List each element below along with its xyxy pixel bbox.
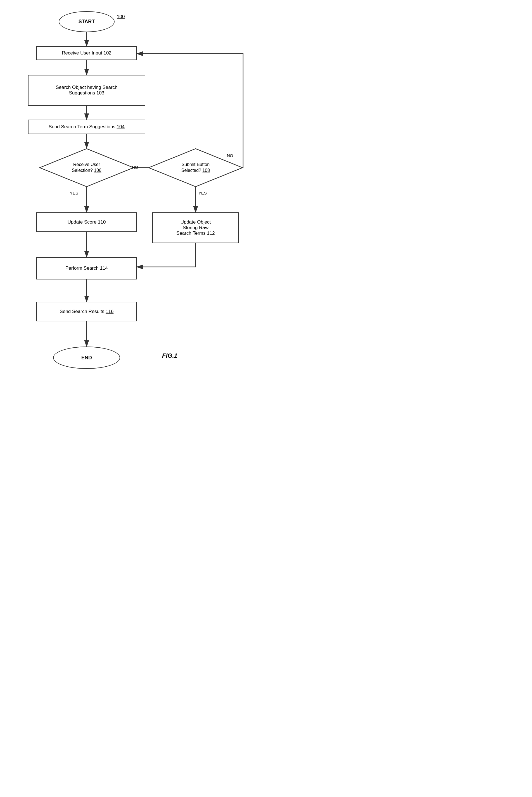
receive-selection-label: Receive UserSelection? 106 (72, 162, 101, 173)
update-score-node: Update Score 110 (36, 212, 137, 232)
receive-selection-node: Receive UserSelection? 106 (39, 148, 134, 187)
perform-search-label: Perform Search 114 (65, 265, 108, 271)
perform-search-node: Perform Search 114 (36, 257, 137, 280)
update-object-label: Update ObjectStoring RawSearch Terms 112 (176, 220, 215, 236)
start-node: START (59, 11, 115, 32)
receive-input-node: Receive User Input 102 (36, 46, 137, 60)
end-node: END (53, 346, 120, 369)
no-label-right: NO (227, 153, 233, 158)
submit-button-label: Submit ButtonSelected? 108 (181, 162, 210, 173)
update-score-label: Update Score 110 (67, 220, 106, 225)
send-results-node: Send Search Results 116 (36, 302, 137, 321)
yes-label-right: YES (198, 191, 207, 195)
search-object-node: Search Object having SearchSuggestions 1… (28, 75, 145, 106)
end-label: END (81, 355, 92, 361)
update-object-node: Update ObjectStoring RawSearch Terms 112 (152, 212, 239, 243)
start-label: START (78, 19, 95, 24)
figure-label: FIG.1 (162, 352, 177, 359)
send-results-label: Send Search Results 116 (60, 309, 114, 315)
no-label-left: NO (132, 165, 138, 170)
yes-label-left: YES (70, 191, 78, 195)
send-suggestions-label: Send Search Term Suggestions 104 (49, 124, 125, 130)
search-object-label: Search Object having SearchSuggestions 1… (56, 85, 117, 96)
receive-input-label: Receive User Input 102 (62, 50, 112, 56)
flowchart-diagram: START 100 Receive User Input 102 Search … (0, 0, 266, 398)
start-ref: 100 (117, 14, 125, 20)
send-suggestions-node: Send Search Term Suggestions 104 (28, 120, 145, 134)
